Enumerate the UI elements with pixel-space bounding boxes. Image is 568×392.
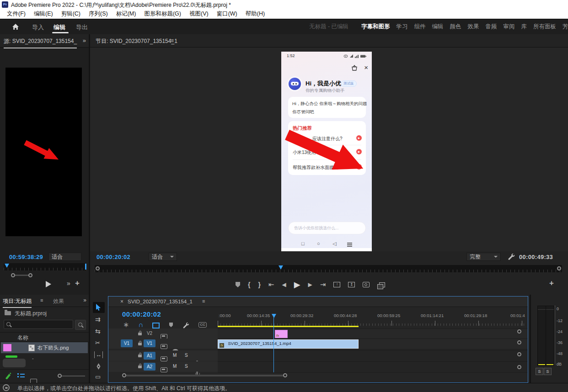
project-item-name[interactable]: 右下箭头.png xyxy=(38,344,69,351)
program-zoom-handle-left[interactable] xyxy=(96,266,100,270)
program-zoom-handle-right[interactable] xyxy=(557,266,561,270)
scrollbar-handle-left[interactable] xyxy=(122,373,126,377)
solo-right-button[interactable]: S xyxy=(544,368,552,375)
zoom-slider-knob[interactable] xyxy=(58,374,62,378)
video-clip-selected[interactable]: fx SVID_20230707_135154_1.mp4 xyxy=(218,339,359,349)
go-to-in-icon[interactable]: ⇤ xyxy=(268,281,274,289)
track-scroll-dot[interactable] xyxy=(517,365,521,369)
lock-icon[interactable] xyxy=(138,333,142,335)
menu-help[interactable]: 帮助(H) xyxy=(241,10,269,18)
source-fit-dropdown[interactable]: 适合 xyxy=(48,253,81,261)
menu-clip[interactable]: 剪辑(C) xyxy=(57,10,85,18)
panel-overflow-icon[interactable]: » xyxy=(83,37,86,44)
source-play-button[interactable] xyxy=(46,281,51,287)
source-add-button-icon[interactable]: + xyxy=(75,279,80,288)
track-scroll-dot[interactable] xyxy=(517,352,521,356)
workspace-review[interactable]: 审阅 xyxy=(504,23,515,31)
program-video-area[interactable]: 1:52 × Hi，我是小优 测试版 xyxy=(90,48,568,251)
graphic-clip[interactable]: fx xyxy=(275,330,288,338)
timeline-ruler[interactable]: :00:00 00:00:14:35 00:00:29:32 00:00:44:… xyxy=(218,313,524,326)
track-scroll-dot[interactable] xyxy=(517,329,521,334)
program-add-button-icon[interactable]: + xyxy=(549,279,554,288)
go-to-out-icon[interactable]: ⇥ xyxy=(320,281,326,289)
creative-cloud-icon[interactable] xyxy=(3,384,10,391)
track-lane-v1[interactable]: fx SVID_20230707_135154_1.mp4 xyxy=(218,339,528,350)
project-panel-menu-icon[interactable]: ≡ xyxy=(40,297,43,303)
sync-lock-icon[interactable] xyxy=(161,344,167,349)
menu-view[interactable]: 视图(V) xyxy=(185,10,213,18)
project-panel-tab[interactable]: 项目:无标题 xyxy=(3,297,32,308)
program-quality-dropdown[interactable]: 完整 xyxy=(466,253,501,261)
name-column-header[interactable]: 名称 xyxy=(17,334,28,342)
track-target-v1[interactable]: V1 xyxy=(144,339,155,347)
source-more-buttons-icon[interactable]: » xyxy=(67,280,70,287)
timeline-marker-icon[interactable] xyxy=(169,323,173,327)
mark-in-icon[interactable]: { xyxy=(248,281,250,288)
workspace-custom[interactable]: 芳芳的 xyxy=(563,23,568,31)
project-overflow-icon[interactable]: » xyxy=(83,297,86,303)
source-zoom-handle-left[interactable] xyxy=(11,273,15,277)
track-target-v2[interactable]: V2 xyxy=(144,329,155,337)
track-lane-a2[interactable] xyxy=(218,361,528,373)
step-back-icon[interactable]: ◀ xyxy=(282,281,286,288)
project-search-box[interactable] xyxy=(4,320,73,329)
workspace-learning[interactable]: 学习 xyxy=(397,23,408,31)
workspace-libraries[interactable]: 库 xyxy=(521,23,527,31)
source-panel-tab[interactable]: 源: SVID_20230707_135154_ xyxy=(4,37,77,48)
lift-icon[interactable]: ↑ xyxy=(333,282,340,287)
sync-lock-icon[interactable] xyxy=(161,367,167,372)
timeline-settings-wrench-icon[interactable] xyxy=(182,322,189,328)
source-playhead[interactable] xyxy=(5,264,9,268)
tool-ripple-edit[interactable]: ⇆ xyxy=(95,328,101,335)
workspace-audio[interactable]: 音频 xyxy=(486,23,497,31)
program-panel-tab[interactable]: 节目: SVID_20230707_135154_1 xyxy=(96,37,177,45)
project-item-row[interactable]: 右下箭头.png xyxy=(1,342,88,353)
work-area-bar[interactable] xyxy=(218,326,359,327)
menu-file[interactable]: 文件(F) xyxy=(3,10,30,18)
workspace-editing[interactable]: 编辑 xyxy=(432,23,444,31)
sequence-tab-menu-icon[interactable]: ≡ xyxy=(202,298,205,304)
program-timecode[interactable]: 00:00:20:02 xyxy=(96,254,130,260)
step-forward-icon[interactable]: ▶ xyxy=(308,281,312,288)
tab-import[interactable]: 导入 xyxy=(32,23,44,32)
workspace-captions-graphics[interactable]: 字幕和图形 xyxy=(361,23,390,31)
captions-icon[interactable]: CC xyxy=(198,322,207,328)
label-color-chip[interactable] xyxy=(3,344,11,351)
home-icon[interactable] xyxy=(12,23,19,30)
zoom-slider-track[interactable] xyxy=(59,376,85,376)
project-file-name[interactable]: 无标题.prproj xyxy=(15,310,47,318)
track-target-a2[interactable]: A2 xyxy=(144,363,155,371)
tool-slip[interactable]: ↔ xyxy=(94,351,103,358)
mute-button[interactable]: M xyxy=(173,364,177,369)
tool-rectangle[interactable]: ▭ xyxy=(95,373,101,380)
lock-icon[interactable] xyxy=(138,355,142,357)
snap-icon[interactable]: ∩ xyxy=(138,322,143,328)
nest-insert-icon[interactable]: ∗ xyxy=(123,323,129,327)
solo-button[interactable]: S xyxy=(185,353,188,358)
tab-edit[interactable]: 编辑 xyxy=(54,23,65,32)
lock-icon[interactable] xyxy=(138,366,142,368)
menu-edit[interactable]: 编辑(E) xyxy=(30,10,57,18)
sequence-tab-close-icon[interactable]: × xyxy=(120,298,123,305)
solo-button[interactable]: S xyxy=(185,364,188,369)
search-in-bin-button[interactable] xyxy=(75,320,86,330)
sequence-tab-label[interactable]: SVID_20230707_135154_1 xyxy=(128,299,193,304)
timeline-playhead-head[interactable] xyxy=(272,314,276,318)
menu-sequence[interactable]: 序列(S) xyxy=(85,10,112,18)
export-frame-icon[interactable] xyxy=(363,282,370,287)
program-fit-dropdown[interactable]: 适合 xyxy=(149,253,177,261)
list-view-icon[interactable] xyxy=(17,373,25,379)
comparison-view-icon[interactable] xyxy=(379,282,385,287)
play-button-icon[interactable]: ▶ xyxy=(294,280,300,290)
mute-button[interactable]: M xyxy=(173,353,177,358)
track-target-a1[interactable]: A1 xyxy=(144,352,155,360)
tab-export[interactable]: 导出 xyxy=(76,23,88,32)
source-video-frame[interactable] xyxy=(5,68,82,236)
effects-panel-tab[interactable]: 效果 xyxy=(53,297,64,305)
workspace-all-panels[interactable]: 所有面板 xyxy=(533,23,556,31)
menu-graphics-titles[interactable]: 图形和标题(G) xyxy=(140,10,185,18)
timeline-horizontal-scrollbar[interactable] xyxy=(122,373,525,378)
source-zoom-handle-right[interactable] xyxy=(28,273,32,277)
menu-window[interactable]: 窗口(W) xyxy=(213,10,241,18)
track-lane-v2[interactable]: fx xyxy=(218,328,528,339)
